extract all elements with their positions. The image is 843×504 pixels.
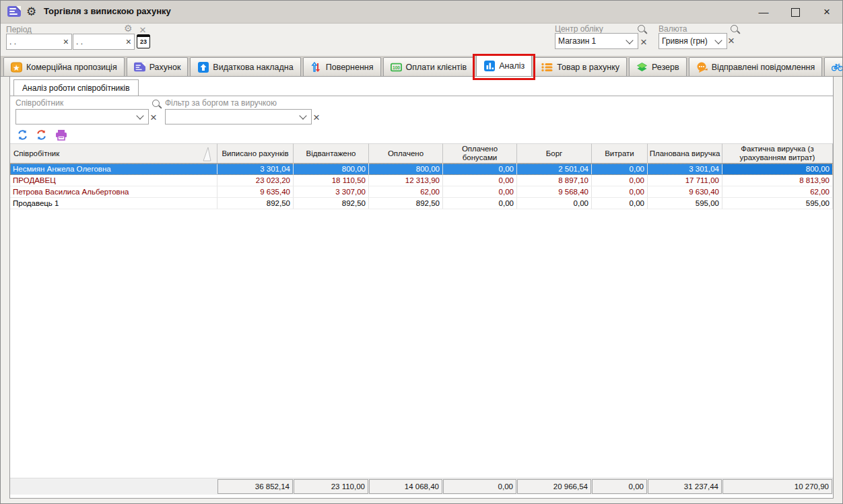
debt-filter-select[interactable]	[165, 109, 312, 124]
main-tabs: ★Комерційна пропозиціяРахунокВидаткова н…	[1, 56, 842, 77]
employee-search-icon[interactable]	[152, 100, 160, 107]
value-cell[interactable]: 0,00	[592, 164, 648, 175]
tab-оплати-клієнтів[interactable]: 100Оплати клієнтів	[383, 57, 475, 76]
table-row[interactable]: ПРОДАВЕЦ23 023,2018 110,5012 313,900,008…	[10, 175, 833, 186]
currency-clear-icon[interactable]: ×	[728, 35, 735, 46]
employee-name-cell[interactable]: ПРОДАВЕЦ	[10, 175, 217, 186]
value-cell[interactable]: 62,00	[369, 186, 443, 198]
table-row[interactable]: Петрова Василиса Альбертовна9 635,403 30…	[10, 186, 833, 198]
arrow-up-icon	[197, 62, 209, 73]
value-cell[interactable]: 800,00	[294, 164, 369, 175]
value-cell[interactable]: 3 301,04	[217, 164, 294, 175]
tab-рахунок[interactable]: Рахунок	[127, 57, 189, 76]
value-cell[interactable]: 0,00	[443, 175, 517, 186]
chat-icon	[696, 62, 708, 73]
value-cell[interactable]: 17 711,00	[648, 175, 722, 186]
value-cell[interactable]: 2 501,04	[517, 164, 592, 175]
table-row[interactable]: Продавець 1892,50892,50892,500,000,000,0…	[10, 198, 833, 209]
value-cell[interactable]: 8 897,10	[517, 175, 592, 186]
value-cell[interactable]: 9 630,40	[648, 186, 722, 198]
employee-clear-icon[interactable]: ×	[150, 112, 157, 123]
value-cell[interactable]: 62,00	[722, 186, 833, 198]
tab-видаткова-накладна[interactable]: Видаткова накладна	[190, 57, 300, 76]
total-cell: 20 966,54	[517, 479, 591, 494]
value-cell[interactable]: 0,00	[443, 186, 517, 198]
center-select[interactable]: Магазин 1	[555, 33, 638, 49]
tab-прокат[interactable]: Прокат	[824, 57, 843, 76]
column-header[interactable]: Співробітник	[10, 143, 217, 164]
employee-name-cell[interactable]: Продавець 1	[10, 198, 217, 209]
tab-повернення[interactable]: Повернення	[303, 57, 381, 76]
value-cell[interactable]: 800,00	[722, 164, 833, 175]
column-header[interactable]: Оплачено бонусами	[443, 143, 517, 164]
value-cell[interactable]: 8 813,90	[722, 175, 833, 186]
return-arrows-icon	[310, 62, 322, 73]
total-cell: 23 110,00	[294, 479, 368, 494]
value-cell[interactable]: 0,00	[517, 198, 592, 209]
debt-clear-icon[interactable]: ×	[313, 112, 320, 123]
value-cell[interactable]: 9 568,40	[517, 186, 592, 198]
value-cell[interactable]: 892,50	[294, 198, 369, 209]
column-header[interactable]: Фактична виручка (з урахуванням витрат)	[722, 143, 833, 164]
content-panel: Аналіз роботи співробітників Співробітни…	[9, 76, 834, 499]
column-header[interactable]: Оплачено	[369, 143, 443, 164]
tab-комерційна-пропозиція[interactable]: ★Комерційна пропозиція	[3, 57, 125, 76]
center-clear-icon[interactable]: ×	[640, 36, 647, 48]
value-cell[interactable]: 0,00	[592, 175, 648, 186]
tab-товар-в-рахунку[interactable]: Товар в рахунку	[534, 57, 627, 76]
column-header[interactable]: Планована виручка	[648, 143, 722, 164]
tab-label: Комерційна пропозиція	[26, 63, 117, 72]
svg-text:★: ★	[13, 63, 20, 72]
date-from-input[interactable]: . . ×	[6, 34, 72, 50]
calendar-icon[interactable]: 23	[137, 34, 150, 48]
column-header[interactable]: Виписано рахунків	[217, 143, 294, 164]
date-to-clear-icon[interactable]: ×	[126, 37, 131, 46]
date-to-input[interactable]: . . ×	[73, 34, 135, 50]
employee-filter-label: Співробітник	[15, 98, 63, 108]
value-cell[interactable]: 595,00	[648, 198, 722, 209]
value-cell[interactable]: 3 307,00	[294, 186, 369, 198]
center-value: Магазин 1	[558, 36, 596, 46]
value-cell[interactable]: 595,00	[722, 198, 833, 209]
tab-резерв[interactable]: Резерв	[629, 57, 687, 76]
value-cell[interactable]: 9 635,40	[217, 186, 294, 198]
value-cell[interactable]: 18 110,50	[294, 175, 369, 186]
column-header-label: Борг	[546, 149, 563, 158]
print-icon[interactable]	[55, 128, 68, 141]
tab-відправлені-повідомлення[interactable]: Відправлені повідомлення	[689, 57, 823, 76]
center-search-icon[interactable]	[638, 25, 645, 32]
minimize-button[interactable]: —	[753, 5, 774, 20]
value-cell[interactable]: 3 301,04	[648, 164, 722, 175]
value-cell[interactable]: 0,00	[443, 164, 517, 175]
value-cell[interactable]: 0,00	[592, 198, 648, 209]
maximize-button[interactable]	[785, 5, 805, 20]
employee-select[interactable]	[15, 109, 149, 124]
settings-gear-icon[interactable]: ⚙	[26, 5, 36, 19]
layers-icon	[636, 62, 648, 73]
table-row[interactable]: Несмиян Анжела Олеговна3 301,04800,00800…	[10, 164, 833, 175]
tab-label: Резерв	[652, 63, 679, 72]
currency-select[interactable]: Гривня (грн)	[659, 33, 727, 49]
currency-search-icon[interactable]	[731, 25, 738, 32]
refresh-icon[interactable]	[15, 128, 29, 141]
table-body: Несмиян Анжела Олеговна3 301,04800,00800…	[10, 164, 833, 209]
tab-employee-analysis[interactable]: Аналіз роботи співробітників	[13, 79, 139, 96]
value-cell[interactable]: 23 023,20	[217, 175, 294, 186]
employee-name-cell[interactable]: Петрова Василиса Альбертовна	[10, 186, 217, 198]
column-header[interactable]: Борг	[517, 143, 592, 164]
column-header[interactable]: Відвантажено	[294, 143, 369, 164]
close-button[interactable]: ×	[817, 5, 837, 20]
column-header[interactable]: Витрати	[592, 143, 648, 164]
value-cell[interactable]: 892,50	[369, 198, 443, 209]
value-cell[interactable]: 0,00	[592, 186, 648, 198]
value-cell[interactable]: 800,00	[369, 164, 443, 175]
value-cell[interactable]: 892,50	[217, 198, 294, 209]
value-cell[interactable]: 0,00	[443, 198, 517, 209]
date-from-clear-icon[interactable]: ×	[63, 37, 69, 46]
employee-name-cell[interactable]: Несмиян Анжела Олеговна	[10, 164, 217, 175]
period-gear-icon[interactable]: ⚙	[124, 23, 133, 34]
value-cell[interactable]: 12 313,90	[369, 175, 443, 186]
tab-аналіз[interactable]: Аналіз	[476, 55, 532, 76]
column-header-label: Оплачено	[388, 149, 424, 158]
refresh-partial-icon[interactable]	[34, 128, 48, 141]
